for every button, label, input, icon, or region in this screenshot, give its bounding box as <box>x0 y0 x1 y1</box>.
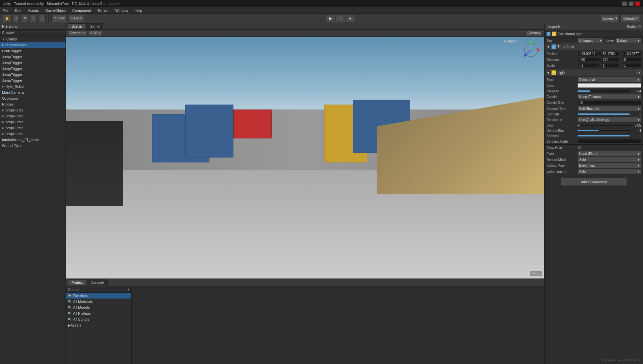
hierarchy-item-prophurdle-5[interactable]: ▶ propHurdle <box>0 131 66 137</box>
hierarchy-item-main-camera[interactable]: Main Camera <box>0 89 66 95</box>
menu-window[interactable]: Window <box>114 8 129 13</box>
tree-item-all-prefabs[interactable]: 🔍 All Prefabs <box>66 310 131 316</box>
transform-scale-tool[interactable]: ⤢ <box>30 15 37 22</box>
pos-y-field[interactable]: Y 50.17864 <box>599 51 620 56</box>
light-settings-icon[interactable]: ⚙ <box>636 70 641 75</box>
menu-edit[interactable]: Edit <box>14 8 23 13</box>
bias-slider[interactable] <box>577 125 630 126</box>
render-mode-chevron: ▾ <box>638 158 639 161</box>
color-swatch[interactable] <box>577 83 641 88</box>
project-create[interactable]: Create ▾ <box>66 287 131 293</box>
light-header[interactable]: ▼ 💡 Light ⚙ <box>545 69 643 76</box>
softness-slider[interactable] <box>577 135 630 136</box>
static-checkbox[interactable] <box>637 25 641 29</box>
scale-y-field[interactable]: Y 1 <box>599 63 620 68</box>
hierarchy-item-directional-light[interactable]: Directional light <box>0 42 66 48</box>
transform-move-tool[interactable]: ✛ <box>13 15 20 22</box>
tab-console[interactable]: Console <box>87 279 107 285</box>
step-button[interactable]: ⏭ <box>346 15 355 22</box>
minimize-button[interactable]: _ <box>622 1 627 6</box>
tag-dropdown[interactable]: Untagged ▾ <box>577 38 603 43</box>
hierarchy-item-prophurdle-4[interactable]: ▶ propHurdle <box>0 125 66 131</box>
close-button[interactable]: × <box>635 1 640 6</box>
pos-x-field[interactable]: X 28.00644 <box>577 51 598 56</box>
tree-item-all-scripts[interactable]: 🔍 All Scripts <box>66 316 131 322</box>
textured-button[interactable]: Textured ▾ <box>68 30 87 36</box>
hierarchy-item-probes[interactable]: Probes <box>0 101 66 107</box>
pos-z-field[interactable]: Z -13.12677 <box>620 51 641 56</box>
transform-hand-tool[interactable]: ✋ <box>3 15 11 22</box>
menu-assets[interactable]: Assets <box>27 8 40 13</box>
pivot-button[interactable]: ⊙ Pivot <box>51 15 67 22</box>
lightmapping-dropdown[interactable]: Auto ▾ <box>577 169 641 174</box>
shadow-type-dropdown[interactable]: Soft Shadows ▾ <box>577 106 641 111</box>
render-mode-dropdown[interactable]: Auto ▾ <box>577 157 641 162</box>
viewport[interactable]: Persp <box>66 37 544 279</box>
hierarchy-item-jumptrigger-3[interactable]: JumpTrigger <box>0 66 66 72</box>
menu-terrain[interactable]: Terrain <box>96 8 110 13</box>
tree-item-assets[interactable]: ▶ Assets <box>66 322 131 328</box>
rot-y-value: 330 <box>603 58 608 61</box>
flare-dropdown[interactable]: None (Flare) ▾ <box>577 151 641 156</box>
resolution-dropdown[interactable]: Use Quality Settings ▾ <box>577 117 641 122</box>
normal-bias-slider[interactable] <box>577 130 630 131</box>
softness-fade-value[interactable] <box>577 139 641 144</box>
transform-header[interactable]: ▼ T Transform <box>545 43 643 50</box>
cookie-chevron: ▾ <box>638 95 639 99</box>
menu-component[interactable]: Component <box>71 8 92 13</box>
hierarchy-item-jumptrigger-5[interactable]: JumpTrigger <box>0 78 66 84</box>
hierarchy-item-prophurdle-2[interactable]: ▶ propHurdle <box>0 113 66 119</box>
gizmos-button[interactable]: Gizmos ▾ <box>525 30 542 36</box>
layer-dropdown[interactable]: Default ▾ <box>615 38 641 43</box>
object-active-checkbox[interactable]: ✓ <box>547 32 550 36</box>
cookie-size-value[interactable]: 10 <box>577 100 641 105</box>
culling-mask-dropdown[interactable]: Everything ▾ <box>577 163 641 168</box>
tab-project[interactable]: Project <box>68 279 86 285</box>
rot-x-field[interactable]: X 50 <box>577 57 598 62</box>
hierarchy-tab[interactable]: Hierarchy <box>2 24 17 28</box>
transform-rect-tool[interactable]: ⬚ <box>38 15 46 22</box>
hierarchy-create[interactable]: Create ▾ <box>0 30 66 36</box>
layers-dropdown[interactable]: Layers ▾ <box>601 15 620 22</box>
hierarchy-item-occlusion[interactable]: Occlusion <box>0 95 66 101</box>
object-name[interactable]: Directional light <box>558 32 641 36</box>
normal-bias-label: Normal Bias <box>547 129 576 133</box>
hierarchy-item-kyle[interactable]: ▶ Kyle_Robot <box>0 84 66 89</box>
play-button[interactable]: ▶ <box>326 15 335 22</box>
rgb-button[interactable]: RGB ▾ <box>88 30 102 36</box>
local-button[interactable]: ⟳ Local <box>68 15 84 22</box>
strength-slider[interactable] <box>577 113 630 115</box>
hierarchy-item-tutorial-arena[interactable]: tutorialArena_01_static <box>0 137 66 143</box>
hierarchy-item-wrench-grab[interactable]: WrenchGrab <box>0 143 66 149</box>
intensity-slider[interactable] <box>577 90 630 92</box>
rot-z-field[interactable]: Z 0 <box>620 57 641 62</box>
pause-button[interactable]: ⏸ <box>336 15 345 22</box>
hierarchy-item-grabtrigger[interactable]: GrabTrigger <box>0 48 66 54</box>
transform-rotate-tool[interactable]: ↻ <box>21 15 28 22</box>
menu-gameobject[interactable]: GameObject <box>44 8 67 13</box>
tab-game[interactable]: Game <box>86 23 103 29</box>
tree-item-all-models[interactable]: 🔍 All Models <box>66 304 131 310</box>
scale-z-field[interactable]: Z 1 <box>620 63 641 68</box>
light-type-dropdown[interactable]: Directional ▾ <box>577 77 641 82</box>
hierarchy-item-jumptrigger-1[interactable]: JumpTrigger <box>0 54 66 60</box>
hierarchy-item-jumptrigger-4[interactable]: JumpTrigger <box>0 72 66 78</box>
rot-y-field[interactable]: Y 330 <box>599 57 620 62</box>
cookie-dropdown[interactable]: None (Texture) ▾ <box>577 94 641 99</box>
hierarchy-item-prophurdle-3[interactable]: ▶ propHurdle <box>0 119 66 125</box>
tab-scene[interactable]: Scene <box>68 23 85 29</box>
hierarchy-item-prophurdle-1[interactable]: ▶ propHurdle <box>0 107 66 113</box>
tree-item-all-materials[interactable]: 🔍 All Materials <box>66 299 131 304</box>
layout-dropdown[interactable]: Default ▾ <box>621 15 640 22</box>
add-component-button[interactable]: Add Component <box>561 178 627 186</box>
culling-mask-value: Everything <box>579 164 595 167</box>
hierarchy-item-crates[interactable]: ▼ Crates <box>0 36 66 42</box>
tree-item-favorites[interactable]: ★ Favorites <box>66 293 131 299</box>
menu-file[interactable]: File <box>1 8 10 13</box>
draw-halo-checkbox[interactable] <box>577 146 581 150</box>
scale-x-field[interactable]: X 1 <box>577 63 598 68</box>
maximize-button[interactable]: □ <box>629 1 634 6</box>
menu-help[interactable]: Help <box>133 8 144 13</box>
gizmo-widget[interactable] <box>521 40 541 60</box>
hierarchy-item-jumptrigger-2[interactable]: JumpTrigger <box>0 60 66 66</box>
